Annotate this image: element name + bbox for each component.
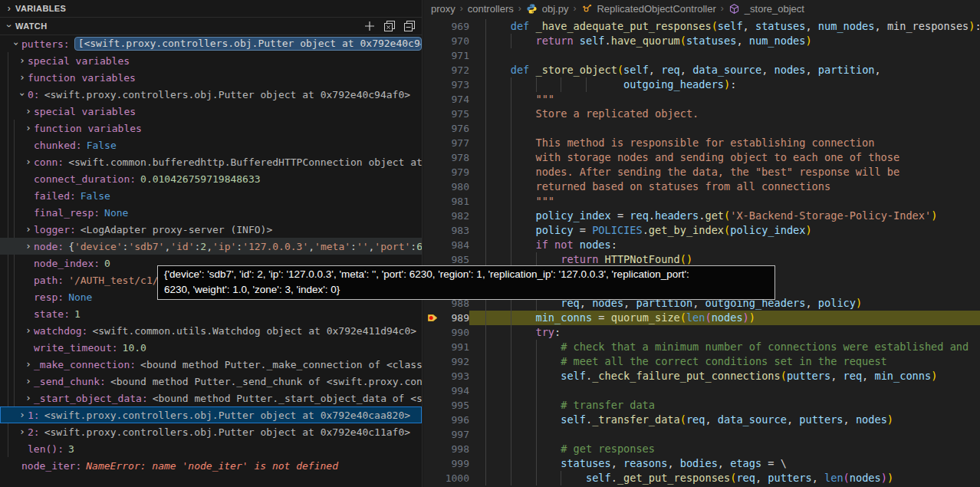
watch-row-special-variables[interactable]: ›special variables bbox=[0, 52, 422, 69]
gutter-glyph-margin[interactable] bbox=[423, 354, 443, 369]
line-number[interactable]: 998 bbox=[443, 442, 469, 456]
code-line[interactable]: 995 # transfer data bbox=[423, 398, 980, 413]
chevron-right-icon[interactable]: › bbox=[23, 322, 34, 339]
breadcrumb-item[interactable]: obj.py bbox=[542, 3, 569, 15]
gutter-glyph-margin[interactable] bbox=[423, 92, 443, 107]
line-number[interactable]: 969 bbox=[443, 19, 469, 34]
remove-all-expressions-icon[interactable] bbox=[383, 20, 396, 32]
code-line[interactable]: 969 def _have_adequate_put_responses(sel… bbox=[423, 19, 980, 34]
gutter-glyph-margin[interactable] bbox=[423, 165, 443, 179]
code-line[interactable]: 980 returned based on statuses from all … bbox=[423, 179, 980, 194]
watch-row-watchdog[interactable]: ›watchdog:<swift.common.utils.Watchdog o… bbox=[0, 322, 422, 339]
code-line[interactable]: 976 bbox=[423, 121, 980, 136]
code-line[interactable]: 982 policy_index = req.headers.get('X-Ba… bbox=[423, 209, 980, 223]
code-line[interactable]: 992 # meet all the correct conditions se… bbox=[423, 354, 980, 369]
gutter-glyph-margin[interactable] bbox=[423, 427, 443, 442]
line-number[interactable]: 976 bbox=[443, 121, 469, 136]
watch-row-function-variables[interactable]: ›function variables bbox=[0, 120, 422, 137]
gutter-glyph-margin[interactable] bbox=[423, 150, 443, 165]
line-number[interactable]: 979 bbox=[443, 165, 469, 179]
code-line[interactable]: 1000 self._get_put_responses(req, putter… bbox=[423, 471, 980, 485]
line-number[interactable]: 970 bbox=[443, 34, 469, 48]
gutter-glyph-margin[interactable] bbox=[423, 223, 443, 238]
line-number[interactable]: 1000 bbox=[443, 471, 469, 485]
chevron-right-icon[interactable]: › bbox=[17, 423, 28, 440]
chevron-down-icon[interactable]: › bbox=[8, 38, 25, 49]
code-line[interactable]: 989 min_conns = quorum_size(len(nodes)) bbox=[423, 311, 980, 325]
watch-row-_make_connection[interactable]: ›_make_connection:<bound method Putter._… bbox=[0, 356, 422, 373]
chevron-right-icon[interactable]: › bbox=[23, 153, 34, 170]
gutter-glyph-margin[interactable] bbox=[423, 383, 443, 398]
watch-row-logger[interactable]: ›logger:<LogAdapter proxy-server (INFO)> bbox=[0, 221, 422, 238]
collapse-all-icon[interactable] bbox=[403, 20, 416, 32]
line-number[interactable]: 997 bbox=[443, 427, 469, 442]
gutter-glyph-margin[interactable] bbox=[423, 325, 443, 340]
gutter-glyph-margin[interactable] bbox=[423, 48, 443, 63]
line-number[interactable]: 996 bbox=[443, 413, 469, 427]
chevron-down-icon[interactable]: › bbox=[14, 89, 31, 100]
code-line[interactable]: 996 self._transfer_data(req, data_source… bbox=[423, 413, 980, 427]
variables-section-header[interactable]: › VARIABLES bbox=[0, 0, 422, 18]
gutter-glyph-margin[interactable] bbox=[423, 471, 443, 485]
gutter-glyph-margin[interactable] bbox=[423, 442, 443, 456]
line-number[interactable]: 991 bbox=[443, 340, 469, 354]
code-line[interactable]: 998 # get responses bbox=[423, 442, 980, 456]
gutter-glyph-margin[interactable] bbox=[423, 19, 443, 34]
code-area[interactable]: 969 def _have_adequate_put_responses(sel… bbox=[423, 17, 980, 485]
chevron-right-icon[interactable]: › bbox=[23, 356, 34, 373]
line-number[interactable]: 974 bbox=[443, 92, 469, 107]
line-number[interactable]: 975 bbox=[443, 107, 469, 121]
watch-row-chunked[interactable]: chunked:False bbox=[0, 137, 422, 153]
code-line[interactable]: 990 try: bbox=[423, 325, 980, 340]
code-line[interactable]: 972 def _store_object(self, req, data_so… bbox=[423, 63, 980, 77]
line-number[interactable]: 999 bbox=[443, 456, 469, 471]
line-number[interactable]: 989 bbox=[443, 311, 469, 325]
chevron-right-icon[interactable]: › bbox=[23, 103, 34, 120]
watch-row-special-variables[interactable]: ›special variables bbox=[0, 103, 422, 120]
line-number[interactable]: 983 bbox=[443, 223, 469, 238]
watch-row-state[interactable]: state:1 bbox=[0, 305, 422, 322]
gutter-glyph-margin[interactable] bbox=[423, 413, 443, 427]
watch-row-write_timeout[interactable]: write_timeout:10.0 bbox=[0, 339, 422, 356]
gutter-glyph-margin[interactable] bbox=[423, 179, 443, 194]
code-line[interactable]: 981 """ bbox=[423, 194, 980, 209]
code-line[interactable]: 991 # check that a minimum number of con… bbox=[423, 340, 980, 354]
chevron-right-icon[interactable]: › bbox=[17, 406, 28, 423]
code-line[interactable]: 975 Store a replicated object. bbox=[423, 107, 980, 121]
breadcrumb-item[interactable]: controllers bbox=[468, 3, 514, 15]
chevron-right-icon[interactable]: › bbox=[3, 3, 15, 14]
watch-row-0[interactable]: ›0:<swift.proxy.controllers.obj.Putter o… bbox=[0, 86, 422, 103]
line-number[interactable]: 980 bbox=[443, 179, 469, 194]
watch-row-len[interactable]: len():3 bbox=[0, 440, 422, 457]
gutter-glyph-margin[interactable] bbox=[423, 369, 443, 383]
line-number[interactable]: 981 bbox=[443, 194, 469, 209]
line-number[interactable]: 971 bbox=[443, 48, 469, 63]
watch-row-node_iter[interactable]: node_iter:NameError: name 'node_iter' is… bbox=[0, 457, 422, 474]
watch-row-failed[interactable]: failed:False bbox=[0, 187, 422, 204]
line-number[interactable]: 978 bbox=[443, 150, 469, 165]
line-number[interactable]: 977 bbox=[443, 136, 469, 150]
code-line[interactable]: 999 statuses, reasons, bodies, etags = \ bbox=[423, 456, 980, 471]
chevron-right-icon[interactable]: › bbox=[17, 52, 28, 69]
chevron-right-icon[interactable]: › bbox=[17, 69, 28, 86]
code-line[interactable]: 973 outgoing_headers): bbox=[423, 77, 980, 92]
line-number[interactable]: 994 bbox=[443, 383, 469, 398]
watch-row-function-variables[interactable]: ›function variables bbox=[0, 69, 422, 86]
line-number[interactable]: 973 bbox=[443, 77, 469, 92]
gutter-glyph-margin[interactable] bbox=[423, 63, 443, 77]
line-number[interactable]: 990 bbox=[443, 325, 469, 340]
gutter-glyph-margin[interactable] bbox=[423, 107, 443, 121]
watch-row-putters[interactable]: ›putters:[<swift.proxy.controllers.obj.P… bbox=[0, 35, 422, 52]
watch-row-node[interactable]: ›node:{'device': 'sdb7', 'id': 2, 'ip': … bbox=[0, 238, 422, 255]
gutter-glyph-margin[interactable] bbox=[423, 77, 443, 92]
code-line[interactable]: 994 bbox=[423, 383, 980, 398]
chevron-down-icon[interactable]: › bbox=[4, 20, 15, 32]
line-number[interactable]: 995 bbox=[443, 398, 469, 413]
code-line[interactable]: 993 self._check_failure_put_connections(… bbox=[423, 369, 980, 383]
watch-row-1[interactable]: ›1:<swift.proxy.controllers.obj.Putter o… bbox=[0, 406, 422, 423]
gutter-glyph-margin[interactable] bbox=[423, 136, 443, 150]
chevron-right-icon[interactable]: › bbox=[23, 373, 34, 390]
gutter-glyph-margin[interactable] bbox=[423, 456, 443, 471]
gutter-glyph-margin[interactable] bbox=[423, 209, 443, 223]
line-number[interactable]: 972 bbox=[443, 63, 469, 77]
